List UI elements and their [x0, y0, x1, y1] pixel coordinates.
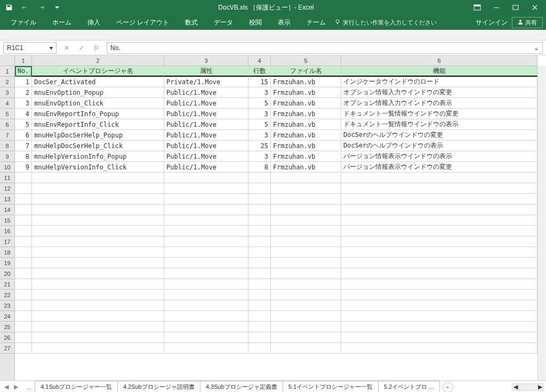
cell[interactable] — [248, 183, 271, 194]
cell[interactable]: Frmzuhan.vb — [271, 98, 341, 109]
close-icon[interactable] — [526, 1, 544, 14]
cell[interactable] — [32, 290, 164, 300]
tell-me-search[interactable]: 実行したい作業を入力してください — [334, 19, 437, 27]
cell[interactable] — [248, 343, 271, 354]
cell[interactable]: 2 — [15, 87, 32, 98]
tab-scroll-left-icon[interactable]: ◀ — [2, 383, 11, 391]
cell[interactable]: Private/1.Move — [164, 77, 248, 87]
header-cell[interactable]: No. — [15, 66, 32, 77]
tab-team[interactable]: チーム — [299, 16, 333, 29]
cell[interactable] — [164, 268, 248, 279]
row-header[interactable]: 24 — [0, 311, 14, 322]
row-header[interactable]: 21 — [0, 279, 14, 290]
cell[interactable] — [271, 279, 341, 290]
cell[interactable]: ドキュメント一覧情報ウインドウの表示 — [341, 119, 537, 130]
header-cell[interactable]: ファイル名 — [271, 66, 341, 77]
save-icon[interactable] — [2, 1, 16, 14]
col-header[interactable]: 3 — [164, 55, 248, 66]
select-all-corner[interactable] — [0, 55, 15, 66]
cell[interactable] — [341, 322, 537, 332]
row-header[interactable]: 17 — [0, 236, 14, 247]
cell[interactable] — [15, 343, 32, 354]
cell[interactable] — [15, 332, 32, 343]
chevron-down-icon[interactable]: ▾ — [50, 44, 53, 52]
formula-input[interactable]: No. ⌄ — [107, 42, 543, 54]
cell[interactable] — [341, 290, 537, 300]
tab-scroll-right-icon[interactable]: ▶ — [12, 383, 20, 391]
cell[interactable] — [32, 332, 164, 343]
cell[interactable]: オプション情報入力ウインドウの表示 — [341, 98, 537, 109]
row-header[interactable]: 19 — [0, 258, 14, 268]
cell[interactable] — [32, 258, 164, 268]
cell[interactable]: Frmzuhan.vb — [271, 130, 341, 141]
sheet-tab[interactable]: 4.2Subプロシージャ説明書 — [117, 381, 200, 393]
col-header[interactable]: 2 — [32, 55, 164, 66]
cell[interactable] — [164, 279, 248, 290]
cell[interactable]: mnuEnvReportInfo_Click — [32, 119, 164, 130]
row-header[interactable]: 2 — [0, 77, 14, 87]
cell[interactable] — [271, 332, 341, 343]
cell[interactable] — [32, 226, 164, 236]
cell[interactable] — [248, 205, 271, 215]
cell[interactable]: 8 — [248, 162, 271, 173]
row-header[interactable]: 7 — [0, 130, 14, 141]
cell[interactable] — [32, 194, 164, 205]
cell[interactable] — [15, 183, 32, 194]
cell[interactable]: 3 — [248, 151, 271, 162]
tab-ellipsis[interactable]: ... — [23, 384, 35, 390]
cell[interactable] — [248, 173, 271, 183]
cell[interactable] — [271, 173, 341, 183]
cell[interactable] — [32, 215, 164, 226]
cell[interactable]: 3 — [248, 109, 271, 119]
cell[interactable]: 15 — [248, 77, 271, 87]
cell[interactable] — [248, 300, 271, 311]
row-header[interactable]: 27 — [0, 343, 14, 354]
ribbon-display-icon[interactable] — [468, 1, 486, 14]
signin-link[interactable]: サインイン — [476, 18, 508, 27]
cell[interactable] — [32, 343, 164, 354]
enter-formula-icon[interactable]: ✓ — [77, 43, 86, 53]
minimize-icon[interactable] — [487, 1, 505, 14]
cell[interactable] — [32, 322, 164, 332]
cell[interactable]: mnuEnvOption_Click — [32, 98, 164, 109]
row-header[interactable]: 1 — [0, 66, 14, 77]
cell[interactable] — [271, 226, 341, 236]
cell[interactable]: 4 — [15, 109, 32, 119]
cell[interactable]: Public/1.Move — [164, 130, 248, 141]
cell[interactable] — [271, 247, 341, 258]
cell[interactable]: Public/1.Move — [164, 87, 248, 98]
row-header[interactable]: 4 — [0, 98, 14, 109]
row-header[interactable]: 26 — [0, 332, 14, 343]
tab-home[interactable]: ホーム — [45, 16, 79, 29]
cell[interactable]: Frmzuhan.vb — [271, 119, 341, 130]
cell[interactable] — [341, 343, 537, 354]
tab-file[interactable]: ファイル — [3, 16, 44, 29]
cell[interactable] — [164, 322, 248, 332]
cell[interactable] — [15, 194, 32, 205]
cell[interactable] — [248, 290, 271, 300]
sheet-tab[interactable]: 5.2イベントプロ ... — [378, 381, 440, 393]
cell[interactable]: 3 — [15, 98, 32, 109]
col-header[interactable]: 1 — [15, 55, 32, 66]
cell[interactable] — [164, 215, 248, 226]
cell[interactable] — [271, 236, 341, 247]
cell[interactable] — [164, 236, 248, 247]
horizontal-scrollbar[interactable]: ◀▶ — [512, 383, 544, 391]
cell[interactable] — [341, 194, 537, 205]
cell[interactable] — [271, 300, 341, 311]
cell[interactable] — [164, 205, 248, 215]
cell[interactable] — [271, 215, 341, 226]
cell[interactable] — [341, 311, 537, 322]
cell[interactable] — [271, 311, 341, 322]
cell[interactable] — [341, 300, 537, 311]
cell[interactable] — [341, 226, 537, 236]
cell[interactable] — [341, 247, 537, 258]
share-button[interactable]: 共有 — [512, 17, 543, 28]
cell[interactable] — [248, 247, 271, 258]
row-header[interactable]: 8 — [0, 141, 14, 151]
row-header[interactable]: 18 — [0, 247, 14, 258]
cell[interactable] — [248, 311, 271, 322]
cell[interactable]: 5 — [15, 119, 32, 130]
sheet-tab[interactable]: 5.1イベントプロシージャー一覧 — [283, 381, 379, 393]
cell[interactable]: Public/1.Move — [164, 151, 248, 162]
